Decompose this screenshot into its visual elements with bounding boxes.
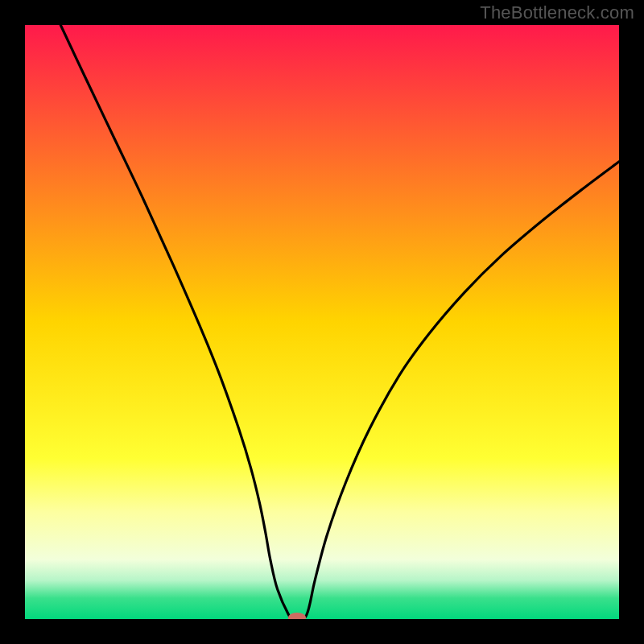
plot-area	[25, 25, 619, 619]
chart-frame: TheBottleneck.com	[0, 0, 644, 644]
chart-svg	[25, 25, 619, 619]
watermark-text: TheBottleneck.com	[480, 2, 634, 23]
gradient-background	[25, 25, 619, 619]
